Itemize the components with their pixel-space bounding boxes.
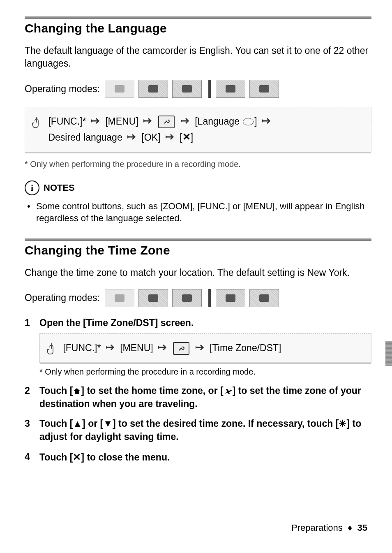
footnote-language: * Only when performing the procedure in … [25, 160, 371, 169]
step-2-text-pre: Touch [ [39, 385, 73, 396]
intro-text-timezone: Change the time zone to match your locat… [25, 266, 371, 279]
notes-label: NOTES [44, 183, 75, 193]
mode-movie-playback-icon [216, 80, 245, 98]
path-timezone: [Time Zone/DST] [210, 342, 281, 353]
arrow-icon [143, 114, 152, 129]
page-footer: Preparations ♦ 35 [291, 523, 367, 533]
step-3-text-pre: Touch [ [39, 418, 73, 429]
step-3-text-mid1: ] or [ [82, 418, 103, 429]
touch-icon [31, 115, 42, 128]
wrench-tab-icon [158, 116, 175, 128]
close-x-icon: ✕ [182, 129, 191, 144]
touch-icon [46, 342, 57, 355]
close-x-icon: ✕ [73, 450, 81, 464]
navigation-path-language: [FUNC.]* [MENU] [Language ] Desired lang… [25, 107, 371, 152]
step-3: Touch [▲] or [▼] to set the desired time… [25, 417, 371, 443]
operating-modes-row: Operating modes: [25, 289, 371, 307]
note-item: Some control buttons, such as [ZOOM], [F… [27, 200, 371, 224]
heading-changing-timezone: Changing the Time Zone [25, 243, 371, 257]
notes-header: i NOTES [25, 180, 371, 195]
step-2-text-mid: ] to set the home time zone, or [ [81, 385, 223, 396]
step-1-title: Open the [Time Zone/DST] screen. [39, 317, 194, 328]
operating-modes-label: Operating modes: [25, 83, 100, 95]
mode-movie-record-icon [138, 80, 168, 98]
footer-sep: ♦ [348, 523, 352, 533]
footer-page-number: 35 [357, 523, 367, 533]
steps-list: Open the [Time Zone/DST] screen. [FUNC.]… [25, 316, 371, 464]
step-1-footnote: * Only when performing the procedure in … [39, 366, 371, 377]
section-divider [25, 16, 371, 19]
path-language-close: ] [254, 116, 257, 127]
mode-photo-record-icon [172, 289, 202, 307]
step-1: Open the [Time Zone/DST] screen. [FUNC.]… [25, 316, 371, 377]
path-func: [FUNC.]* [48, 116, 86, 127]
path-close-end: ] [191, 132, 193, 143]
mode-photo-playback-icon [249, 289, 279, 307]
mode-movie-record-icon [138, 289, 168, 307]
info-icon: i [25, 180, 39, 195]
mode-movie-playback-icon [216, 289, 245, 307]
mode-auto-icon [105, 289, 134, 307]
arrow-icon [196, 341, 205, 356]
mode-auto-icon [105, 80, 134, 98]
airplane-icon [224, 384, 233, 397]
step-4-text-pre: Touch [ [39, 452, 73, 463]
path-ok: [OK] [141, 132, 160, 143]
path-desired-language: Desired language [48, 132, 122, 143]
path-menu: [MENU] [120, 342, 153, 353]
globe-icon [243, 118, 254, 125]
arrow-icon [158, 341, 167, 356]
down-triangle-icon: ▼ [103, 417, 113, 430]
mode-photo-record-icon [172, 80, 202, 98]
wrench-tab-icon [173, 342, 189, 355]
operating-modes-row: Operating modes: [25, 80, 371, 98]
arrow-icon [106, 341, 115, 356]
mode-separator [208, 80, 211, 98]
section-divider [25, 238, 371, 241]
home-icon [73, 384, 81, 397]
notes-list: Some control buttons, such as [ZOOM], [F… [25, 200, 371, 224]
step-3-text-mid2: ] to set the desired time zone. If neces… [113, 418, 339, 429]
navigation-path-timezone: [FUNC.]* [MENU] [Time Zone/DST] [39, 333, 371, 363]
arrow-icon [181, 114, 190, 129]
sun-dst-icon: ✳ [339, 417, 346, 430]
path-language-open: [Language [195, 116, 240, 127]
step-4: Touch [✕] to close the menu. [25, 450, 371, 464]
path-menu: [MENU] [105, 116, 138, 127]
step-4-text-post: ] to close the menu. [81, 452, 170, 463]
arrow-icon [262, 114, 271, 129]
arrow-icon [127, 130, 136, 145]
heading-changing-language: Changing the Language [25, 21, 371, 35]
page-thumb-tab [385, 341, 392, 366]
up-triangle-icon: ▲ [73, 417, 82, 430]
mode-separator [208, 289, 211, 307]
step-2: Touch [] to set the home time zone, or [… [25, 384, 371, 410]
intro-text-language: The default language of the camcorder is… [25, 44, 371, 70]
arrow-icon [91, 114, 100, 129]
footer-section: Preparations [291, 523, 343, 533]
path-func: [FUNC.]* [63, 342, 101, 353]
mode-photo-playback-icon [249, 80, 279, 98]
operating-modes-label: Operating modes: [25, 292, 100, 303]
arrow-icon [166, 130, 175, 145]
